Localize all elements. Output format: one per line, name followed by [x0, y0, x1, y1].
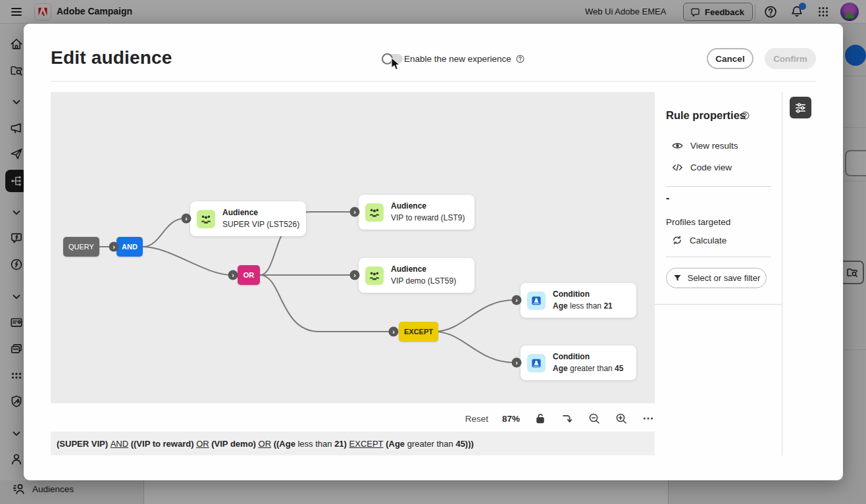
node-subtitle: Age less than 21: [553, 301, 613, 312]
audience-node[interactable]: AudienceVIP demo (LST59): [359, 258, 474, 293]
header-divider: [51, 81, 816, 82]
panel-divider: [666, 257, 771, 257]
cancel-button[interactable]: Cancel: [707, 48, 753, 69]
node-title: Audience: [222, 207, 299, 218]
sliders-icon: [794, 101, 807, 114]
formula-segment: ((VIP to reward): [128, 439, 196, 449]
panel-vertical-divider: [782, 92, 782, 455]
toggle-label: Enable the new experience: [404, 54, 511, 64]
condition-node[interactable]: ConditionAge greater than 45: [521, 345, 636, 380]
cancel-label: Cancel: [715, 54, 744, 64]
more-options-button[interactable]: [642, 412, 655, 425]
formula-segment: (SUPER VIP): [57, 439, 111, 449]
audience-node[interactable]: AudienceSUPER VIP (LST526): [190, 201, 306, 236]
node-title: Audience: [391, 264, 456, 275]
edge-connector[interactable]: ›: [182, 214, 191, 224]
zoom-level[interactable]: 87%: [502, 414, 520, 424]
properties-panel-toggle-button[interactable]: [790, 97, 811, 118]
or-node[interactable]: OR: [238, 265, 260, 285]
formula-segment: (VIP demo): [209, 439, 259, 449]
calculate-button[interactable]: Calculate: [671, 234, 726, 246]
node-title: Condition: [553, 351, 623, 363]
profiles-count: -: [666, 192, 669, 204]
reset-button[interactable]: Reset: [465, 414, 488, 424]
query-node[interactable]: QUERY: [63, 237, 99, 257]
adobe-campaign-screen: Adobe Campaign Web Ui Adobe EMEA Feedbac…: [0, 0, 866, 504]
select-or-save-filter-button[interactable]: Select or save filter: [666, 268, 767, 288]
formula-segment: 45))): [453, 439, 474, 449]
audience-node[interactable]: AudienceVIP to reward (LST9): [359, 195, 474, 230]
code-view-button[interactable]: Code view: [671, 161, 738, 174]
zoom-in-button[interactable]: [615, 412, 628, 425]
group-icon: [365, 266, 384, 285]
rule-properties-help-icon[interactable]: [740, 111, 750, 120]
confirm-button[interactable]: Confirm: [765, 48, 816, 69]
canvas-toolbar: Reset87%: [51, 409, 655, 428]
edge-connector[interactable]: ›: [512, 358, 522, 368]
group-icon: [197, 210, 215, 228]
node-title: Audience: [391, 201, 465, 212]
rule-properties-title: Rule properties: [666, 109, 746, 122]
node-subtitle: VIP to reward (LST9): [391, 213, 465, 224]
filter-icon: [673, 273, 682, 283]
formula-bar: (SUPER VIP) AND ((VIP to reward) OR (VIP…: [51, 432, 655, 455]
calculate-label: Calculate: [690, 236, 726, 245]
edge-connector[interactable]: ›: [350, 270, 360, 280]
edge-connector[interactable]: ›: [109, 242, 119, 252]
node-subtitle: SUPER VIP (LST526): [222, 219, 299, 230]
panel-divider: [655, 304, 782, 305]
node-subtitle: VIP demo (LST59): [391, 276, 456, 287]
page-title: Edit audience: [51, 47, 172, 68]
condition-icon: [527, 291, 546, 310]
code-icon: [671, 161, 684, 174]
formula-segment: (Age: [384, 439, 407, 449]
edge-connector[interactable]: ›: [350, 207, 360, 217]
edge-connector[interactable]: ›: [512, 295, 522, 305]
edit-audience-modal: Edit audience Enable the new experience …: [24, 24, 843, 480]
confirm-label: Confirm: [773, 54, 807, 64]
action-label: Code view: [690, 163, 732, 172]
eye-icon: [671, 139, 684, 152]
lock-toggle-button[interactable]: [534, 412, 547, 425]
node-title: Condition: [553, 289, 613, 300]
formula-segment: EXCEPT: [349, 439, 384, 449]
filter-button-label: Select or save filter: [688, 273, 761, 283]
except-node[interactable]: EXCEPT: [399, 322, 438, 341]
formula-segment: greater than: [407, 439, 453, 449]
formula-segment: ((Age: [271, 439, 297, 449]
formula-segment: less than: [297, 439, 332, 449]
mouse-cursor: [391, 57, 401, 72]
rule-panel-actions: View resultsCode view: [671, 139, 738, 174]
condition-icon: [527, 354, 546, 372]
panel-divider: [666, 186, 771, 187]
formula-segment: AND: [111, 439, 128, 449]
group-icon: [365, 203, 384, 222]
edge-connector[interactable]: ›: [228, 270, 238, 280]
and-node[interactable]: AND: [116, 237, 143, 257]
formula-segment: 21): [332, 439, 349, 449]
view-results-button[interactable]: View results: [671, 139, 738, 152]
refresh-icon: [671, 234, 683, 246]
condition-node[interactable]: ConditionAge less than 21: [521, 283, 636, 318]
formula-segment: OR: [196, 439, 209, 449]
auto-layout-button[interactable]: [561, 412, 574, 425]
node-subtitle: Age greater than 45: [553, 363, 623, 374]
action-label: View results: [690, 141, 738, 151]
zoom-out-button[interactable]: [588, 412, 601, 425]
edge-connector[interactable]: ›: [389, 327, 399, 337]
query-canvas[interactable]: QUERYANDOREXCEPTAudienceSUPER VIP (LST52…: [51, 92, 655, 403]
profiles-targeted-label: Profiles targeted: [666, 217, 730, 227]
formula-segment: OR: [259, 439, 272, 449]
toggle-help-icon[interactable]: [515, 54, 525, 64]
